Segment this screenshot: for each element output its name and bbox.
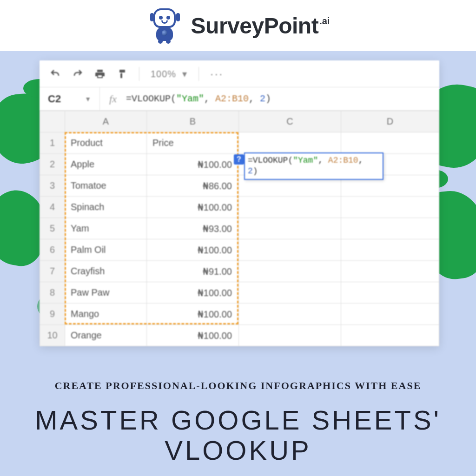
cell-formula-editor[interactable]: =VLOOKUP("Yam", A2:B10, 2) bbox=[244, 152, 383, 180]
corner-cell[interactable] bbox=[40, 111, 65, 132]
column-header-row: A B C D bbox=[40, 111, 439, 132]
cell[interactable] bbox=[341, 325, 439, 346]
more-tools-icon[interactable]: ··· bbox=[210, 67, 224, 80]
row-header[interactable]: 7 bbox=[40, 261, 65, 282]
cell[interactable] bbox=[341, 304, 439, 325]
title-text: MASTER GOOGLE SHEETS' VLOOKUP bbox=[19, 405, 457, 466]
brand-suffix: .ai bbox=[319, 16, 330, 26]
hero-area: 100% ▾ ··· C2 ▼ fx =VLOOKUP("Yam", A2:B1… bbox=[0, 51, 476, 349]
row-header[interactable]: 9 bbox=[40, 304, 65, 325]
table-row: 5 Yam ₦93.00 bbox=[40, 218, 439, 239]
table-row: 6 Palm Oil ₦100.00 bbox=[40, 239, 439, 261]
cell[interactable]: ₦86.00 bbox=[147, 175, 239, 197]
cell[interactable]: Paw Paw bbox=[65, 282, 147, 304]
spreadsheet-grid[interactable]: A B C D 1 Product Price 2 bbox=[40, 111, 439, 346]
row-header[interactable]: 1 bbox=[40, 132, 65, 154]
undo-icon[interactable] bbox=[50, 68, 61, 79]
cell[interactable] bbox=[239, 282, 341, 304]
cell[interactable] bbox=[341, 218, 439, 239]
cell[interactable]: ₦100.00 bbox=[147, 282, 239, 304]
col-header-b[interactable]: B bbox=[147, 111, 239, 132]
row-header[interactable]: 10 bbox=[40, 325, 65, 346]
grid-container: A B C D 1 Product Price 2 bbox=[40, 111, 439, 346]
col-header-a[interactable]: A bbox=[65, 111, 147, 132]
cell[interactable] bbox=[341, 132, 439, 154]
formula-help-icon[interactable]: ? bbox=[234, 154, 244, 165]
cell[interactable]: Product bbox=[65, 132, 147, 154]
active-cell-ref: C2 bbox=[48, 93, 61, 105]
table-row: 9 Mango ₦100.00 bbox=[40, 304, 439, 325]
col-header-c[interactable]: C bbox=[239, 111, 341, 132]
row-header[interactable]: 6 bbox=[40, 239, 65, 261]
cell[interactable]: Apple bbox=[65, 154, 147, 175]
cell[interactable]: Yam bbox=[65, 218, 147, 239]
row-header[interactable]: 4 bbox=[40, 197, 65, 218]
cell[interactable] bbox=[341, 282, 439, 304]
row-header[interactable]: 3 bbox=[40, 175, 65, 197]
redo-icon[interactable] bbox=[72, 68, 83, 79]
table-row: 7 Crayfish ₦91.00 bbox=[40, 261, 439, 282]
cell[interactable] bbox=[341, 197, 439, 218]
cell[interactable]: Crayfish bbox=[65, 261, 147, 282]
chevron-down-icon: ▼ bbox=[85, 95, 91, 103]
sheet-toolbar: 100% ▾ ··· bbox=[40, 60, 439, 87]
cell[interactable] bbox=[239, 325, 341, 346]
cell[interactable]: Mango bbox=[65, 304, 147, 325]
cell[interactable] bbox=[239, 132, 341, 154]
table-row: 4 Spinach ₦100.00 bbox=[40, 197, 439, 218]
formula-input[interactable]: =VLOOKUP("Yam", A2:B10, 2) bbox=[126, 93, 439, 104]
subtitle-text: CREATE PROFESSIONAL-LOOKING INFOGRAPHICS… bbox=[19, 378, 457, 393]
brand-wordmark: SurveyPoint .ai bbox=[191, 13, 330, 39]
cell[interactable]: ₦100.00 bbox=[147, 154, 239, 175]
col-header-d[interactable]: D bbox=[341, 111, 439, 132]
name-box[interactable]: C2 ▼ bbox=[40, 87, 100, 110]
robot-logo-icon bbox=[146, 7, 183, 44]
caption-block: CREATE PROFESSIONAL-LOOKING INFOGRAPHICS… bbox=[0, 378, 476, 466]
cell[interactable] bbox=[239, 197, 341, 218]
cell[interactable]: ₦93.00 bbox=[147, 218, 239, 239]
brand-header: SurveyPoint .ai bbox=[0, 0, 476, 51]
cell[interactable]: Price bbox=[147, 132, 239, 154]
row-header[interactable]: 8 bbox=[40, 282, 65, 304]
cell[interactable] bbox=[239, 239, 341, 261]
row-header[interactable]: 5 bbox=[40, 218, 65, 239]
toolbar-separator bbox=[198, 67, 199, 81]
cell[interactable]: ₦100.00 bbox=[147, 197, 239, 218]
cell[interactable] bbox=[341, 261, 439, 282]
formula-bar: C2 ▼ fx =VLOOKUP("Yam", A2:B10, 2) bbox=[40, 87, 439, 111]
cell[interactable]: Orange bbox=[65, 325, 147, 346]
table-row: 1 Product Price bbox=[40, 132, 439, 154]
brand-name: SurveyPoint bbox=[191, 13, 319, 39]
cell[interactable]: ₦100.00 bbox=[147, 239, 239, 261]
row-header[interactable]: 2 bbox=[40, 154, 65, 175]
cell[interactable] bbox=[239, 218, 341, 239]
paint-format-icon[interactable] bbox=[117, 68, 128, 79]
spreadsheet-window: 100% ▾ ··· C2 ▼ fx =VLOOKUP("Yam", A2:B1… bbox=[40, 60, 439, 346]
fx-label: fx bbox=[100, 93, 126, 105]
zoom-dropdown[interactable]: 100% ▾ bbox=[151, 68, 187, 79]
cell[interactable]: ₦91.00 bbox=[147, 261, 239, 282]
print-icon[interactable] bbox=[94, 68, 106, 79]
table-row: 8 Paw Paw ₦100.00 bbox=[40, 282, 439, 304]
cell[interactable] bbox=[239, 304, 341, 325]
cell[interactable]: Spinach bbox=[65, 197, 147, 218]
cell[interactable]: Palm Oil bbox=[65, 239, 147, 261]
cell[interactable] bbox=[239, 261, 341, 282]
cell[interactable] bbox=[341, 239, 439, 261]
cell[interactable]: Tomatoe bbox=[65, 175, 147, 197]
cell[interactable]: ₦100.00 bbox=[147, 304, 239, 325]
cell[interactable]: ₦100.00 bbox=[147, 325, 239, 346]
toolbar-separator bbox=[139, 67, 139, 81]
table-row: 10 Orange ₦100.00 bbox=[40, 325, 439, 346]
